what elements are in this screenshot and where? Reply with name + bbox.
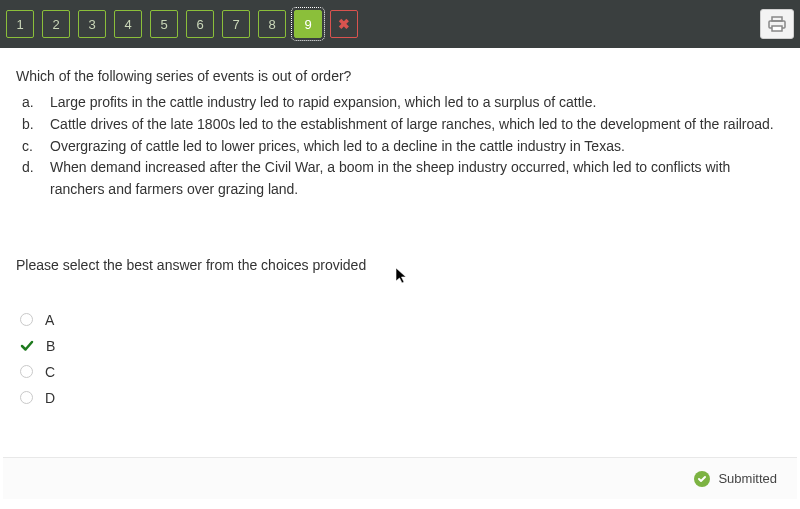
- nav-question-6[interactable]: 6: [186, 10, 214, 38]
- nav-question-2[interactable]: 2: [42, 10, 70, 38]
- choice-label: C: [45, 364, 55, 380]
- choice-a[interactable]: A: [20, 307, 784, 333]
- nav-question-9[interactable]: 9: [294, 10, 322, 38]
- choice-c[interactable]: C: [20, 359, 784, 385]
- answer-instruction: Please select the best answer from the c…: [16, 257, 784, 273]
- close-icon: ✖: [338, 16, 350, 32]
- option-letter: a.: [22, 92, 38, 114]
- option-text: Overgrazing of cattle led to lower price…: [50, 136, 625, 158]
- nav-question-4[interactable]: 4: [114, 10, 142, 38]
- radio-unchecked-icon[interactable]: [20, 365, 33, 378]
- option-text: When demand increased after the Civil Wa…: [50, 157, 784, 200]
- option-text: Cattle drives of the late 1800s led to t…: [50, 114, 774, 136]
- status-footer: Submitted: [3, 457, 797, 499]
- nav-question-5[interactable]: 5: [150, 10, 178, 38]
- nav-question-8[interactable]: 8: [258, 10, 286, 38]
- choice-b[interactable]: B: [20, 333, 784, 359]
- nav-question-1[interactable]: 1: [6, 10, 34, 38]
- question-option-d: d. When demand increased after the Civil…: [22, 157, 784, 200]
- radio-unchecked-icon[interactable]: [20, 313, 33, 326]
- choice-label: B: [46, 338, 55, 354]
- option-letter: c.: [22, 136, 38, 158]
- question-option-list: a. Large profits in the cattle industry …: [22, 92, 784, 200]
- question-option-c: c. Overgrazing of cattle led to lower pr…: [22, 136, 784, 158]
- question-nav-bar: 1 2 3 4 5 6 7 8 9 ✖: [0, 0, 800, 48]
- radio-checked-icon[interactable]: [20, 339, 34, 353]
- option-letter: d.: [22, 157, 38, 200]
- choice-d[interactable]: D: [20, 385, 784, 411]
- app-frame: 1 2 3 4 5 6 7 8 9 ✖ Which of the followi…: [0, 0, 800, 509]
- question-content: Which of the following series of events …: [0, 48, 800, 453]
- question-option-a: a. Large profits in the cattle industry …: [22, 92, 784, 114]
- nav-question-7[interactable]: 7: [222, 10, 250, 38]
- option-letter: b.: [22, 114, 38, 136]
- svg-rect-2: [772, 26, 782, 31]
- answer-choice-list: A B C D: [20, 307, 784, 411]
- choice-label: A: [45, 312, 54, 328]
- choice-label: D: [45, 390, 55, 406]
- option-text: Large profits in the cattle industry led…: [50, 92, 596, 114]
- print-icon: [768, 16, 786, 32]
- nav-question-3[interactable]: 3: [78, 10, 106, 38]
- status-text: Submitted: [718, 471, 777, 486]
- question-option-b: b. Cattle drives of the late 1800s led t…: [22, 114, 784, 136]
- radio-unchecked-icon[interactable]: [20, 391, 33, 404]
- print-button[interactable]: [760, 9, 794, 39]
- success-check-icon: [694, 471, 710, 487]
- close-button[interactable]: ✖: [330, 10, 358, 38]
- question-stem: Which of the following series of events …: [16, 66, 784, 86]
